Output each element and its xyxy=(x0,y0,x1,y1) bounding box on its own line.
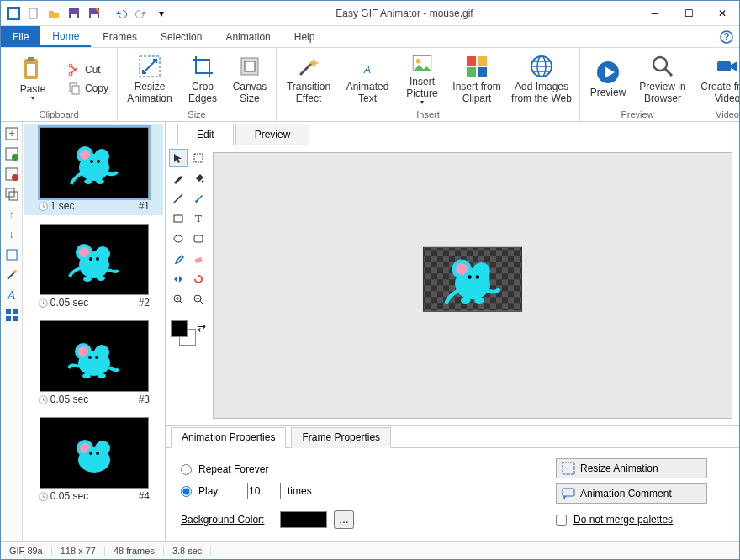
svg-rect-39 xyxy=(7,250,17,260)
tool-rounded-rect[interactable] xyxy=(189,230,208,248)
frame-duration: 0.05 sec xyxy=(38,394,88,405)
create-from-video-button[interactable]: Create from Video xyxy=(700,51,740,107)
copy-button[interactable]: Copy xyxy=(65,79,112,98)
play-count-input[interactable] xyxy=(247,483,281,499)
canvas-area[interactable] xyxy=(213,152,732,419)
saveas-icon[interactable] xyxy=(85,4,103,23)
frame-thumbnail[interactable] xyxy=(40,417,149,489)
repeat-forever-radio[interactable] xyxy=(181,464,192,475)
redo-icon[interactable] xyxy=(132,4,151,23)
frame-insert-icon[interactable] xyxy=(3,145,20,162)
tab-selection[interactable]: Selection xyxy=(149,26,214,47)
tool-grid-icon[interactable] xyxy=(3,307,20,324)
status-duration: 3.8 sec xyxy=(164,546,211,556)
svg-point-53 xyxy=(96,179,104,184)
play-times-radio[interactable] xyxy=(181,486,192,497)
frame-thumbnail[interactable] xyxy=(40,320,149,392)
cut-button[interactable]: Cut xyxy=(65,61,112,79)
picture-icon xyxy=(409,51,436,76)
tool-wand-icon[interactable] xyxy=(3,267,20,283)
editor-tab-edit[interactable]: Edit xyxy=(177,124,234,145)
tab-home[interactable]: Home xyxy=(40,26,91,47)
insert-clipart-button[interactable]: Insert from Clipart xyxy=(450,51,504,107)
tool-pencil[interactable] xyxy=(169,169,188,188)
resize-animation-button[interactable]: Resize Animation xyxy=(123,51,177,107)
resize-animation-btn[interactable]: Resize Animation xyxy=(556,458,707,478)
preview-browser-button[interactable]: Preview in Browser xyxy=(636,51,690,107)
tool-zoom-in[interactable] xyxy=(169,290,188,309)
close-button[interactable]: ✕ xyxy=(706,1,739,26)
frame-thumbnail[interactable] xyxy=(40,224,149,295)
animated-text-button[interactable]: AAnimated Text xyxy=(341,51,394,107)
tool-pointer[interactable] xyxy=(169,149,188,167)
help-icon[interactable]: ? xyxy=(714,26,739,47)
frame-duplicate-icon[interactable] xyxy=(3,186,20,203)
merge-palettes-checkbox[interactable] xyxy=(556,515,567,526)
tab-frame-properties[interactable]: Frame Properties xyxy=(291,427,391,448)
maximize-button[interactable]: ☐ xyxy=(672,1,706,26)
svg-point-71 xyxy=(98,373,106,378)
bgcolor-swatch[interactable] xyxy=(280,511,327,528)
minimize-button[interactable]: ─ xyxy=(638,1,672,26)
svg-rect-81 xyxy=(174,215,182,222)
color-foreground[interactable] xyxy=(171,320,188,337)
save-icon[interactable] xyxy=(65,4,83,23)
tool-marquee[interactable] xyxy=(189,149,208,167)
tab-help[interactable]: Help xyxy=(283,26,327,47)
paste-button[interactable]: Paste▾ xyxy=(6,51,60,107)
frame-add-icon[interactable]: + xyxy=(3,125,20,142)
tool-zoom-out[interactable] xyxy=(189,290,208,309)
file-menu-button[interactable]: File xyxy=(1,26,40,47)
frame-item[interactable]: 0.05 sec#4 xyxy=(28,417,160,502)
transition-effect-button[interactable]: Transition Effect xyxy=(282,51,336,107)
tab-frames[interactable]: Frames xyxy=(91,26,149,47)
frame-list[interactable]: 1 sec#1 0.05 sec#2 0.05 sec#3 0.05 sec#4 xyxy=(23,122,166,541)
svg-rect-4 xyxy=(71,14,77,18)
svg-rect-10 xyxy=(28,57,34,61)
tool-eyedropper[interactable] xyxy=(169,250,188,268)
tool-eraser[interactable] xyxy=(189,250,208,268)
frame-thumbnail[interactable] xyxy=(40,127,149,198)
svg-point-60 xyxy=(96,257,99,261)
move-down-icon[interactable]: ↓ xyxy=(3,226,20,243)
editor-tab-preview[interactable]: Preview xyxy=(235,124,310,145)
svg-rect-22 xyxy=(467,56,476,66)
tool-bucket[interactable] xyxy=(189,169,208,188)
swap-colors-icon[interactable]: ⇄ xyxy=(198,322,206,334)
tool-rect[interactable] xyxy=(169,209,188,228)
qat-dropdown-icon[interactable]: ▾ xyxy=(152,4,171,23)
new-file-icon[interactable] xyxy=(24,4,43,23)
svg-point-93 xyxy=(476,275,480,279)
bgcolor-picker-button[interactable]: … xyxy=(334,510,354,529)
open-file-icon[interactable] xyxy=(45,4,63,23)
move-up-icon[interactable]: ↑ xyxy=(3,206,20,223)
svg-rect-38 xyxy=(9,192,18,200)
tool-rotate[interactable] xyxy=(189,270,208,288)
tool-text-icon[interactable]: A xyxy=(3,287,20,304)
play-icon xyxy=(595,59,621,86)
canvas-size-button[interactable]: Canvas Size xyxy=(229,51,271,107)
add-from-web-button[interactable]: Add Images from the Web xyxy=(509,51,574,107)
insert-picture-button[interactable]: Insert Picture▾ xyxy=(399,51,445,107)
repeat-forever-label: Repeat Forever xyxy=(198,463,268,475)
tool-a-icon[interactable] xyxy=(3,246,20,263)
tab-animation-properties[interactable]: Animation Properties xyxy=(171,427,286,448)
canvas[interactable] xyxy=(423,246,522,311)
tool-line[interactable] xyxy=(169,189,188,208)
preview-button[interactable]: Preview xyxy=(585,51,631,107)
tool-brush[interactable] xyxy=(189,189,208,208)
frame-delete-icon[interactable] xyxy=(3,166,20,182)
undo-icon[interactable] xyxy=(112,4,130,23)
animation-comment-btn[interactable]: Animation Comment xyxy=(556,483,707,504)
crop-edges-button[interactable]: Crop Edges xyxy=(182,51,224,107)
tool-text[interactable]: T xyxy=(189,209,208,228)
tool-ellipse[interactable] xyxy=(169,230,188,248)
frame-item[interactable]: 0.05 sec#2 xyxy=(28,224,160,309)
frame-index: #2 xyxy=(139,297,150,309)
menu-row: File Home Frames Selection Animation Hel… xyxy=(1,26,739,48)
tab-animation[interactable]: Animation xyxy=(214,26,282,47)
frame-item[interactable]: 1 sec#1 xyxy=(24,124,163,215)
svg-rect-11 xyxy=(27,64,35,76)
tool-flip-h[interactable] xyxy=(169,270,188,288)
frame-item[interactable]: 0.05 sec#3 xyxy=(28,320,160,405)
